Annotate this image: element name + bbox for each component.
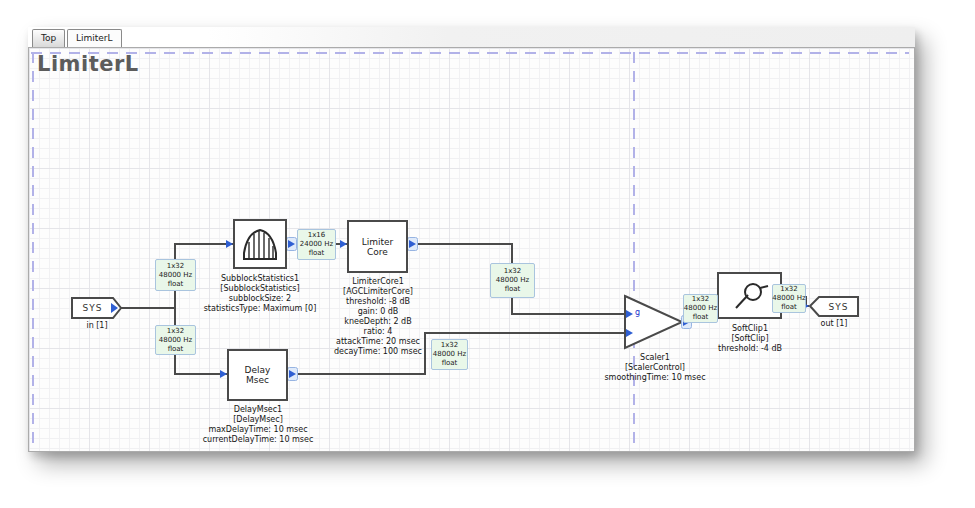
wire-label-limitercore-out[interactable]: 1x3248000 Hzfloat [490, 263, 535, 298]
tab-limiterl[interactable]: LimiterL [67, 29, 122, 47]
tab-top[interactable]: Top [32, 29, 65, 47]
canvas-title: LimiterL [37, 52, 139, 76]
caption-limitercore: LimiterCore1 [AGCLimiterCore] threshold:… [308, 277, 448, 357]
wire-label-input-top[interactable]: 1x3248000 Hzfloat [155, 259, 196, 291]
sys-input-label: SYS [72, 298, 113, 318]
softclip-curve-icon [729, 280, 771, 312]
diagram-canvas[interactable]: LimiterL [28, 47, 915, 452]
sys-input-sublabel: in [1] [67, 321, 127, 330]
wire-label-input-bottom[interactable]: 1x3248000 Hzfloat [155, 325, 196, 355]
wire-label-delay-out[interactable]: 1x3248000 Hzfloat [431, 339, 468, 370]
block-delaymsec[interactable]: Delay Msec [227, 349, 288, 401]
app-window: Top LimiterL LimiterL [28, 27, 915, 452]
wire-label-scaler-out[interactable]: 1x3248000 Hzfloat [683, 294, 718, 323]
scaler-triangle[interactable] [625, 296, 682, 348]
tab-bar: Top LimiterL [28, 27, 915, 47]
sys-output-label: SYS [819, 297, 858, 316]
wire-label-sbs-out[interactable]: 1x1624000 Hzfloat [297, 229, 336, 260]
caption-delaymsec: DelayMsec1 [DelayMsec] maxDelayTime: 10 … [183, 405, 333, 445]
scaler-gain-port-label: g [635, 308, 640, 317]
delaymsec-input-port-icon[interactable] [220, 370, 227, 378]
caption-scaler: Scaler1 [ScalerControl] smoothingTime: 1… [580, 353, 730, 383]
wire-label-softclip-out[interactable]: 1x3248000 Hzfloat [772, 284, 806, 313]
caption-softclip: SoftClip1 [SoftClip] threshold: -4 dB [680, 324, 820, 354]
block-subblockstatistics[interactable] [233, 219, 287, 269]
limitercore-input-port-icon[interactable] [340, 240, 347, 248]
sbs-input-port-icon[interactable] [226, 240, 233, 248]
block-limitercore[interactable]: Limiter Core [347, 220, 408, 273]
histogram-icon [241, 227, 279, 261]
